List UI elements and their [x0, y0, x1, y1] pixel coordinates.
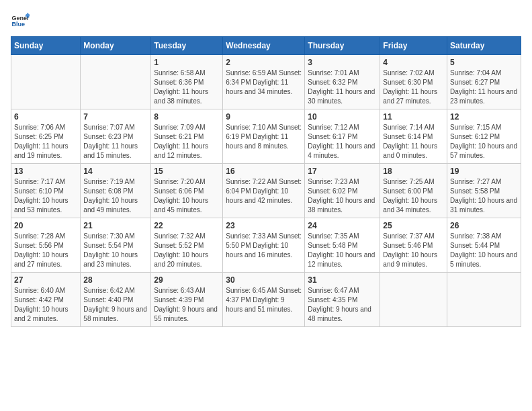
calendar-cell [81, 55, 151, 109]
calendar-cell: 20Sunrise: 7:28 AM Sunset: 5:56 PM Dayli… [11, 218, 81, 273]
calendar-week-1: 1Sunrise: 6:58 AM Sunset: 6:36 PM Daylig… [11, 55, 521, 109]
calendar-cell: 29Sunrise: 6:43 AM Sunset: 4:39 PM Dayli… [151, 273, 223, 327]
day-info: Sunrise: 7:17 AM Sunset: 6:10 PM Dayligh… [14, 177, 77, 215]
calendar-week-5: 27Sunrise: 6:40 AM Sunset: 4:42 PM Dayli… [11, 273, 521, 327]
day-number: 23 [226, 221, 302, 230]
calendar-cell: 21Sunrise: 7:30 AM Sunset: 5:54 PM Dayli… [81, 218, 151, 273]
page-header: General Blue [11, 11, 521, 30]
calendar-cell: 4Sunrise: 7:02 AM Sunset: 6:30 PM Daylig… [380, 55, 447, 109]
day-number: 5 [450, 58, 518, 67]
day-info: Sunrise: 7:23 AM Sunset: 6:02 PM Dayligh… [308, 177, 377, 215]
day-number: 27 [14, 275, 77, 285]
calendar-cell: 24Sunrise: 7:35 AM Sunset: 5:48 PM Dayli… [305, 218, 380, 273]
logo-icon: General Blue [11, 11, 30, 30]
calendar-cell: 19Sunrise: 7:27 AM Sunset: 5:58 PM Dayli… [447, 164, 521, 218]
day-info: Sunrise: 6:59 AM Sunset: 6:34 PM Dayligh… [226, 68, 302, 97]
weekday-header-monday: Monday [81, 37, 151, 55]
day-number: 22 [154, 221, 220, 230]
calendar-cell: 17Sunrise: 7:23 AM Sunset: 6:02 PM Dayli… [305, 164, 380, 218]
day-info: Sunrise: 7:30 AM Sunset: 5:54 PM Dayligh… [83, 232, 148, 269]
day-info: Sunrise: 7:37 AM Sunset: 5:46 PM Dayligh… [383, 232, 444, 269]
day-info: Sunrise: 7:28 AM Sunset: 5:56 PM Dayligh… [14, 232, 77, 269]
day-number: 8 [154, 112, 220, 122]
calendar-cell [380, 273, 447, 327]
calendar-table: SundayMondayTuesdayWednesdayThursdayFrid… [11, 36, 521, 327]
calendar-cell: 1Sunrise: 6:58 AM Sunset: 6:36 PM Daylig… [151, 55, 223, 109]
weekday-header-sunday: Sunday [11, 37, 81, 55]
day-info: Sunrise: 7:09 AM Sunset: 6:21 PM Dayligh… [154, 123, 220, 161]
calendar-cell: 6Sunrise: 7:06 AM Sunset: 6:25 PM Daylig… [11, 109, 81, 164]
calendar-header-row: SundayMondayTuesdayWednesdayThursdayFrid… [11, 37, 521, 55]
day-number: 1 [154, 58, 220, 67]
day-info: Sunrise: 7:01 AM Sunset: 6:32 PM Dayligh… [308, 68, 377, 106]
calendar-cell: 5Sunrise: 7:04 AM Sunset: 6:27 PM Daylig… [447, 55, 521, 109]
calendar-cell: 27Sunrise: 6:40 AM Sunset: 4:42 PM Dayli… [11, 273, 81, 327]
weekday-header-wednesday: Wednesday [223, 37, 305, 55]
calendar-cell: 22Sunrise: 7:32 AM Sunset: 5:52 PM Dayli… [151, 218, 223, 273]
calendar-cell: 15Sunrise: 7:20 AM Sunset: 6:06 PM Dayli… [151, 164, 223, 218]
day-number: 24 [308, 221, 377, 230]
day-number: 19 [450, 167, 518, 176]
day-number: 29 [154, 275, 220, 285]
day-info: Sunrise: 7:14 AM Sunset: 6:14 PM Dayligh… [383, 123, 444, 161]
day-number: 10 [308, 112, 377, 122]
calendar-cell: 7Sunrise: 7:07 AM Sunset: 6:23 PM Daylig… [81, 109, 151, 164]
day-number: 20 [14, 221, 77, 230]
day-info: Sunrise: 7:38 AM Sunset: 5:44 PM Dayligh… [450, 232, 518, 269]
calendar-cell: 16Sunrise: 7:22 AM Sunset: 6:04 PM Dayli… [223, 164, 305, 218]
day-number: 26 [450, 221, 518, 230]
calendar-cell: 18Sunrise: 7:25 AM Sunset: 6:00 PM Dayli… [380, 164, 447, 218]
day-info: Sunrise: 7:06 AM Sunset: 6:25 PM Dayligh… [14, 123, 77, 161]
day-number: 18 [383, 167, 444, 176]
weekday-header-friday: Friday [380, 37, 447, 55]
calendar-cell: 3Sunrise: 7:01 AM Sunset: 6:32 PM Daylig… [305, 55, 380, 109]
day-info: Sunrise: 6:58 AM Sunset: 6:36 PM Dayligh… [154, 68, 220, 106]
day-info: Sunrise: 6:47 AM Sunset: 4:35 PM Dayligh… [308, 286, 377, 324]
day-number: 14 [83, 167, 148, 176]
calendar-cell [447, 273, 521, 327]
calendar-week-3: 13Sunrise: 7:17 AM Sunset: 6:10 PM Dayli… [11, 164, 521, 218]
day-info: Sunrise: 7:12 AM Sunset: 6:17 PM Dayligh… [308, 123, 377, 161]
day-info: Sunrise: 7:19 AM Sunset: 6:08 PM Dayligh… [83, 177, 148, 215]
day-info: Sunrise: 7:33 AM Sunset: 5:50 PM Dayligh… [226, 232, 302, 260]
day-info: Sunrise: 7:35 AM Sunset: 5:48 PM Dayligh… [308, 232, 377, 269]
calendar-cell: 14Sunrise: 7:19 AM Sunset: 6:08 PM Dayli… [81, 164, 151, 218]
day-number: 30 [226, 275, 302, 285]
weekday-header-tuesday: Tuesday [151, 37, 223, 55]
day-number: 13 [14, 167, 77, 176]
day-number: 17 [308, 167, 377, 176]
weekday-header-thursday: Thursday [305, 37, 380, 55]
day-info: Sunrise: 7:15 AM Sunset: 6:12 PM Dayligh… [450, 123, 518, 161]
day-number: 16 [226, 167, 302, 176]
calendar-cell: 8Sunrise: 7:09 AM Sunset: 6:21 PM Daylig… [151, 109, 223, 164]
day-number: 28 [83, 275, 148, 285]
calendar-cell [11, 55, 81, 109]
svg-text:Blue: Blue [11, 21, 25, 28]
day-info: Sunrise: 6:40 AM Sunset: 4:42 PM Dayligh… [14, 286, 77, 324]
calendar-cell: 31Sunrise: 6:47 AM Sunset: 4:35 PM Dayli… [305, 273, 380, 327]
day-info: Sunrise: 6:42 AM Sunset: 4:40 PM Dayligh… [83, 286, 148, 324]
calendar-cell: 2Sunrise: 6:59 AM Sunset: 6:34 PM Daylig… [223, 55, 305, 109]
day-info: Sunrise: 6:43 AM Sunset: 4:39 PM Dayligh… [154, 286, 220, 324]
calendar-week-4: 20Sunrise: 7:28 AM Sunset: 5:56 PM Dayli… [11, 218, 521, 273]
day-info: Sunrise: 7:25 AM Sunset: 6:00 PM Dayligh… [383, 177, 444, 215]
day-number: 31 [308, 275, 377, 285]
calendar-body: 1Sunrise: 6:58 AM Sunset: 6:36 PM Daylig… [11, 55, 521, 327]
day-info: Sunrise: 7:02 AM Sunset: 6:30 PM Dayligh… [383, 68, 444, 106]
calendar-cell: 13Sunrise: 7:17 AM Sunset: 6:10 PM Dayli… [11, 164, 81, 218]
day-number: 21 [83, 221, 148, 230]
calendar-cell: 23Sunrise: 7:33 AM Sunset: 5:50 PM Dayli… [223, 218, 305, 273]
weekday-header-saturday: Saturday [447, 37, 521, 55]
logo: General Blue [11, 11, 32, 30]
calendar-cell: 12Sunrise: 7:15 AM Sunset: 6:12 PM Dayli… [447, 109, 521, 164]
day-info: Sunrise: 7:22 AM Sunset: 6:04 PM Dayligh… [226, 177, 302, 205]
day-info: Sunrise: 7:10 AM Sunset: 6:19 PM Dayligh… [226, 123, 302, 151]
day-info: Sunrise: 7:07 AM Sunset: 6:23 PM Dayligh… [83, 123, 148, 161]
calendar-cell: 10Sunrise: 7:12 AM Sunset: 6:17 PM Dayli… [305, 109, 380, 164]
day-number: 9 [226, 112, 302, 122]
calendar-cell: 9Sunrise: 7:10 AM Sunset: 6:19 PM Daylig… [223, 109, 305, 164]
calendar-cell: 28Sunrise: 6:42 AM Sunset: 4:40 PM Dayli… [81, 273, 151, 327]
day-number: 3 [308, 58, 377, 67]
day-number: 2 [226, 58, 302, 67]
day-number: 25 [383, 221, 444, 230]
